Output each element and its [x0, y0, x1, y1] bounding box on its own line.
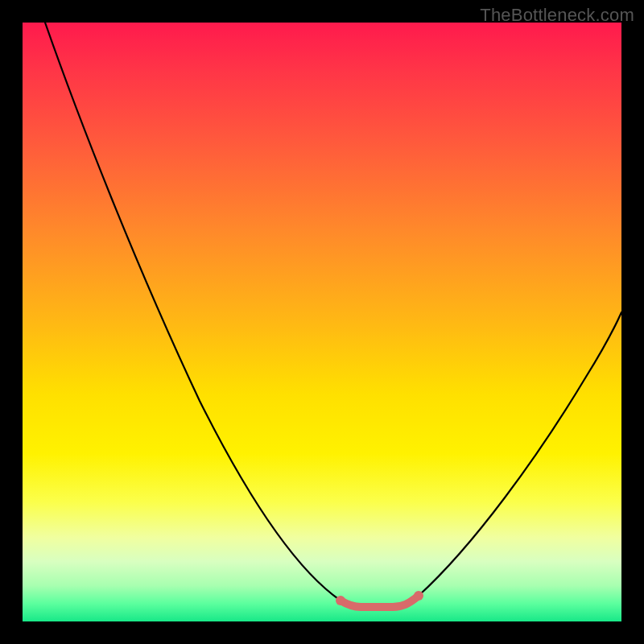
valley-marker-dot-right	[414, 591, 423, 601]
valley-marker	[341, 596, 419, 607]
chart-frame: TheBottleneck.com	[0, 0, 644, 644]
valley-marker-dot-left	[336, 596, 345, 605]
bottleneck-curve	[45, 23, 621, 607]
plot-area	[23, 23, 621, 621]
watermark-text: TheBottleneck.com	[480, 5, 634, 26]
curve-layer	[23, 23, 621, 621]
